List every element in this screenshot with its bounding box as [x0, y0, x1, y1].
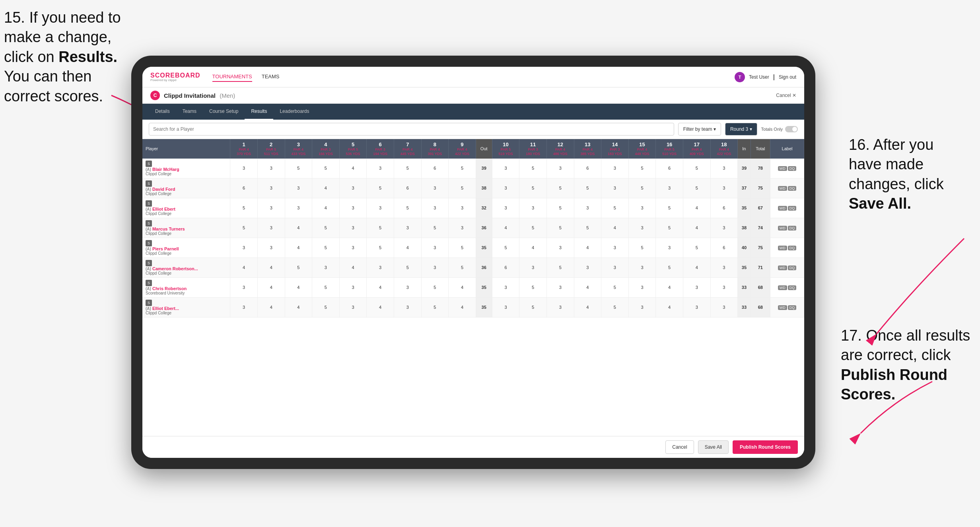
hole-13-score[interactable]: 5	[574, 218, 601, 238]
hole-12-score[interactable]: 3	[546, 297, 574, 317]
hole-11-score[interactable]: 5	[519, 297, 547, 317]
hole-17-score[interactable]: 3	[683, 277, 710, 297]
hole-8-score[interactable]: 3	[421, 238, 449, 258]
dq-button[interactable]: DQ	[788, 166, 797, 171]
hole-15-score[interactable]: 3	[628, 277, 656, 297]
hole-13-score[interactable]: 4	[574, 238, 601, 258]
hole-9-score[interactable]: 3	[449, 218, 476, 238]
hole-5-score[interactable]: 3	[339, 277, 367, 297]
hole-5-score[interactable]: 3	[339, 297, 367, 317]
hole-7-score[interactable]: 3	[394, 277, 421, 297]
hole-10-score[interactable]: 4	[492, 218, 519, 238]
hole-3-score[interactable]: 5	[285, 258, 312, 277]
hole-2-score[interactable]: 3	[257, 238, 285, 258]
hole-8-score[interactable]: 5	[421, 218, 449, 238]
signout-link[interactable]: Sign out	[779, 74, 796, 80]
hole-7-score[interactable]: 5	[394, 198, 421, 218]
hole-10-score[interactable]: 3	[492, 178, 519, 198]
hole-8-score[interactable]: 6	[421, 159, 449, 178]
hole-3-score[interactable]: 3	[285, 178, 312, 198]
hole-12-score[interactable]: 5	[546, 258, 574, 277]
hole-3-score[interactable]: 4	[285, 277, 312, 297]
hole-2-score[interactable]: 3	[257, 218, 285, 238]
hole-11-score[interactable]: 5	[519, 159, 547, 178]
hole-9-score[interactable]: 5	[449, 258, 476, 277]
hole-9-score[interactable]: 4	[449, 277, 476, 297]
hole-2-score[interactable]: 4	[257, 277, 285, 297]
hole-1-score[interactable]: 6	[230, 178, 258, 198]
hole-1-score[interactable]: 3	[230, 297, 258, 317]
hole-4-score[interactable]: 5	[312, 238, 340, 258]
hole-7-score[interactable]: 5	[394, 258, 421, 277]
hole-14-score[interactable]: 3	[601, 238, 629, 258]
hole-15-score[interactable]: 3	[628, 297, 656, 317]
hole-15-score[interactable]: 5	[628, 159, 656, 178]
hole-14-score[interactable]: 3	[601, 258, 629, 277]
hole-11-score[interactable]: 3	[519, 258, 547, 277]
hole-11-score[interactable]: 4	[519, 238, 547, 258]
hole-13-score[interactable]: 3	[574, 258, 601, 277]
dq-button[interactable]: DQ	[788, 305, 797, 310]
hole-15-score[interactable]: 3	[628, 218, 656, 238]
hole-16-score[interactable]: 3	[656, 178, 683, 198]
tab-details[interactable]: Details	[149, 104, 176, 120]
wd-button[interactable]: WD	[778, 265, 787, 270]
hole-17-score[interactable]: 5	[683, 178, 710, 198]
hole-16-score[interactable]: 5	[656, 218, 683, 238]
hole-1-score[interactable]: 5	[230, 218, 258, 238]
cancel-button[interactable]: Cancel	[665, 440, 694, 454]
hole-17-score[interactable]: 4	[683, 258, 710, 277]
hole-7-score[interactable]: 6	[394, 178, 421, 198]
hole-5-score[interactable]: 3	[339, 178, 367, 198]
search-input[interactable]	[149, 123, 674, 136]
hole-10-score[interactable]: 5	[492, 238, 519, 258]
hole-12-score[interactable]: 5	[546, 218, 574, 238]
hole-18-score[interactable]: 3	[710, 218, 738, 238]
nav-tournaments[interactable]: TOURNAMENTS	[212, 72, 252, 82]
wd-button[interactable]: WD	[778, 246, 787, 250]
hole-13-score[interactable]: 5	[574, 178, 601, 198]
hole-17-score[interactable]: 4	[683, 198, 710, 218]
hole-12-score[interactable]: 5	[546, 198, 574, 218]
tab-leaderboards[interactable]: Leaderboards	[273, 104, 315, 120]
hole-16-score[interactable]: 4	[656, 277, 683, 297]
hole-11-score[interactable]: 5	[519, 218, 547, 238]
hole-3-score[interactable]: 4	[285, 238, 312, 258]
hole-1-score[interactable]: 4	[230, 258, 258, 277]
hole-15-score[interactable]: 5	[628, 238, 656, 258]
hole-6-score[interactable]: 5	[367, 218, 394, 238]
hole-2-score[interactable]: 4	[257, 297, 285, 317]
hole-14-score[interactable]: 5	[601, 198, 629, 218]
hole-17-score[interactable]: 5	[683, 238, 710, 258]
hole-4-score[interactable]: 4	[312, 178, 340, 198]
hole-14-score[interactable]: 5	[601, 297, 629, 317]
hole-9-score[interactable]: 4	[449, 297, 476, 317]
hole-13-score[interactable]: 4	[574, 277, 601, 297]
hole-4-score[interactable]: 5	[312, 159, 340, 178]
hole-9-score[interactable]: 5	[449, 178, 476, 198]
hole-6-score[interactable]: 3	[367, 159, 394, 178]
hole-7-score[interactable]: 4	[394, 238, 421, 258]
totals-only-toggle[interactable]	[785, 126, 798, 132]
hole-6-score[interactable]: 3	[367, 258, 394, 277]
hole-8-score[interactable]: 3	[421, 178, 449, 198]
cancel-x-button[interactable]: Cancel ✕	[776, 93, 796, 98]
hole-15-score[interactable]: 3	[628, 198, 656, 218]
hole-11-score[interactable]: 3	[519, 198, 547, 218]
hole-2-score[interactable]: 3	[257, 198, 285, 218]
hole-10-score[interactable]: 3	[492, 297, 519, 317]
dq-button[interactable]: DQ	[788, 246, 797, 250]
hole-11-score[interactable]: 5	[519, 277, 547, 297]
hole-6-score[interactable]: 3	[367, 198, 394, 218]
hole-1-score[interactable]: 3	[230, 238, 258, 258]
tab-course-setup[interactable]: Course Setup	[203, 104, 245, 120]
hole-18-score[interactable]: 3	[710, 297, 738, 317]
hole-5-score[interactable]: 4	[339, 159, 367, 178]
hole-10-score[interactable]: 6	[492, 258, 519, 277]
hole-6-score[interactable]: 4	[367, 297, 394, 317]
hole-16-score[interactable]: 6	[656, 159, 683, 178]
hole-18-score[interactable]: 3	[710, 277, 738, 297]
hole-1-score[interactable]: 3	[230, 277, 258, 297]
hole-14-score[interactable]: 5	[601, 277, 629, 297]
hole-10-score[interactable]: 3	[492, 159, 519, 178]
